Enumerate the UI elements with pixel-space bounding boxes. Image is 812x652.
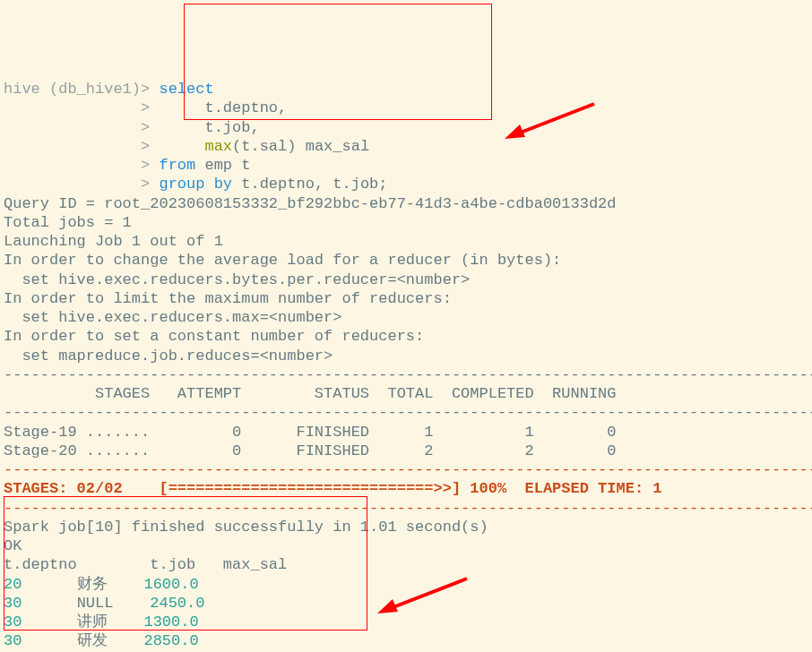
kw-select: select [159, 81, 213, 98]
cont-prompt: > [4, 99, 159, 116]
result-header: t.deptno t.job max_sal [4, 555, 808, 574]
stage-row: Stage-20 ....... 0 FINISHED 2 2 0 [4, 442, 808, 460]
query-agg: (t.sal) max_sal [232, 138, 369, 155]
cont-prompt: > [4, 119, 159, 136]
kw-max: max [204, 138, 232, 155]
query-id-label: Query ID = [4, 195, 104, 212]
spark-done: Spark job[10] finished successfully in 1… [4, 518, 808, 536]
set-line: set hive.exec.reducers.bytes.per.reducer… [4, 270, 808, 289]
prompt: hive (db_hive1)> [4, 81, 150, 98]
orange-divider: ----------------------------------------… [4, 499, 808, 518]
query-grp: t.deptno, t.job; [232, 176, 387, 193]
divider: ----------------------------------------… [4, 403, 808, 422]
cont-prompt: > [4, 138, 159, 155]
info-line: In order to change the average load for … [4, 251, 808, 270]
kw-from: from [159, 157, 195, 174]
kw-by: by [214, 176, 232, 193]
total-jobs: Total jobs = 1 [4, 213, 808, 232]
stages-progress-label: STAGES: 02/02 [4, 480, 123, 497]
stages-progress-bar: [=============================>>] 100% E… [123, 480, 662, 497]
cont-prompt: > [4, 176, 159, 193]
result-row: 20 财务 1600.0 [4, 575, 808, 594]
divider: ----------------------------------------… [4, 365, 808, 384]
query-col: t.deptno, [159, 99, 287, 116]
info-line: In order to set a constant number of red… [4, 327, 808, 346]
stage-row: Stage-19 ....... 0 FINISHED 1 1 0 [4, 423, 808, 442]
info-line: In order to limit the maximum number of … [4, 289, 808, 308]
ok-line: OK [4, 536, 808, 555]
query-tbl: emp t [195, 157, 250, 174]
result-row: 30 NULL 2450.0 [4, 594, 808, 613]
set-line: set mapreduce.job.reduces=<number> [4, 347, 808, 365]
set-line: set hive.exec.reducers.max=<number> [4, 308, 808, 327]
terminal-output: hive (db_hive1)> select > t.deptno, > t.… [4, 80, 808, 652]
orange-divider: ----------------------------------------… [4, 460, 808, 479]
stages-header: STAGES ATTEMPT STATUS TOTAL COMPLETED RU… [4, 384, 808, 403]
launching-job: Launching Job 1 out of 1 [4, 232, 808, 251]
query-id-value: root_20230608153332_bf292bbc-eb77-41d3-a… [104, 195, 616, 212]
cont-prompt: > [4, 157, 159, 174]
result-row: 30 讲师 1300.0 [4, 613, 808, 631]
query-col: t.job, [159, 119, 259, 136]
kw-group: group [159, 176, 204, 193]
result-row: 30 研发 2850.0 [4, 631, 808, 650]
